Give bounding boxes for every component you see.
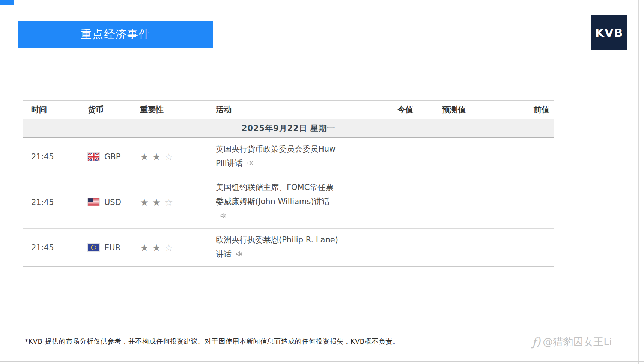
speaker-icon[interactable] <box>235 248 243 262</box>
economic-calendar-table: 时间 货币 重要性 活动 今值 预测值 前值 2025年9月22日 星期一 21… <box>23 100 554 267</box>
date-group-label: 2025年9月22日 星期一 <box>242 123 336 134</box>
speaker-icon[interactable] <box>247 157 254 171</box>
currency-code: USD <box>104 198 121 207</box>
eu-flag-icon <box>88 244 99 251</box>
currency-code: EUR <box>104 243 120 252</box>
date-group-header: 2025年9月22日 星期一 <box>23 119 554 138</box>
activity-text: 英国央行货币政策委员会委员HuwPill讲话 <box>216 138 376 176</box>
currency-code: GBP <box>104 152 120 161</box>
star-filled-icon: ★ <box>152 242 161 253</box>
column-header-time: 时间 <box>23 104 85 115</box>
activity-line: 讲话 <box>216 247 376 262</box>
table-body: 21:45 GBP ★★☆ 英国央行货币政策委员会委员HuwPill讲话 21:… <box>23 138 554 266</box>
disclaimer-text: *KVB 提供的市场分析仅供参考，并不构成任何投资建议。对于因使用本新闻信息而造… <box>25 337 399 346</box>
column-header-currency: 货币 <box>85 104 138 115</box>
importance-stars: ★★☆ <box>138 229 216 266</box>
watermark-text: @猎豹囚女王Li <box>543 335 612 349</box>
page-title-banner: 重点经济事件 <box>18 21 213 48</box>
star-filled-icon: ★ <box>152 197 161 208</box>
star-filled-icon: ★ <box>140 242 149 253</box>
top-left-accent <box>0 0 14 5</box>
activity-line: 委威廉姆斯(John Williams)讲话 <box>216 194 376 209</box>
event-time: 21:45 <box>31 152 54 161</box>
page-title: 重点经济事件 <box>81 27 150 42</box>
star-filled-icon: ★ <box>152 151 161 162</box>
scrollbar-track[interactable] <box>638 0 639 364</box>
importance-stars: ★★☆ <box>138 138 216 176</box>
star-filled-icon: ★ <box>140 197 149 208</box>
watermark: ƒ) @猎豹囚女王Li <box>532 335 612 349</box>
event-row: 21:45 USD ★★☆ 美国纽约联储主席、FOMC常任票委威廉姆斯(John… <box>23 176 554 229</box>
us-flag-icon <box>88 198 99 206</box>
column-header-previous: 前值 <box>475 104 555 115</box>
star-filled-icon: ★ <box>140 151 149 162</box>
activity-line: 美国纽约联储主席、FOMC常任票 <box>216 180 376 194</box>
table-header-row: 时间 货币 重要性 活动 今值 预测值 前值 <box>23 101 554 119</box>
column-header-importance: 重要性 <box>138 104 216 115</box>
uk-flag-icon <box>88 153 99 161</box>
activity-text: 欧洲央行执委莱恩(Philip R. Lane)讲话 <box>216 229 376 266</box>
kvb-logo-text: KVB <box>595 26 623 39</box>
event-time: 21:45 <box>31 243 54 252</box>
page-bottom-divider <box>0 361 644 362</box>
activity-line: Pill讲话 <box>216 156 376 171</box>
activity-text: 美国纽约联储主席、FOMC常任票委威廉姆斯(John Williams)讲话 <box>216 176 376 228</box>
activity-line: 英国央行货币政策委员会委员Huw <box>216 142 376 156</box>
event-time: 21:45 <box>31 198 54 207</box>
kvb-logo: KVB <box>591 15 627 50</box>
column-header-actual: 今值 <box>376 104 423 115</box>
column-header-activity: 活动 <box>216 104 376 115</box>
star-empty-icon: ☆ <box>164 197 173 208</box>
column-header-forecast: 预测值 <box>423 104 475 115</box>
activity-line: 欧洲央行执委莱恩(Philip R. Lane) <box>216 233 376 247</box>
star-empty-icon: ☆ <box>164 151 173 162</box>
importance-stars: ★★☆ <box>138 176 216 228</box>
signature-icon: ƒ) <box>532 335 540 349</box>
event-row: 21:45 EUR ★★☆ 欧洲央行执委莱恩(Philip R. Lane)讲话 <box>23 229 554 266</box>
event-row: 21:45 GBP ★★☆ 英国央行货币政策委员会委员HuwPill讲话 <box>23 138 554 176</box>
activity-line <box>216 209 376 224</box>
star-empty-icon: ☆ <box>164 242 173 253</box>
speaker-icon[interactable] <box>220 210 227 224</box>
